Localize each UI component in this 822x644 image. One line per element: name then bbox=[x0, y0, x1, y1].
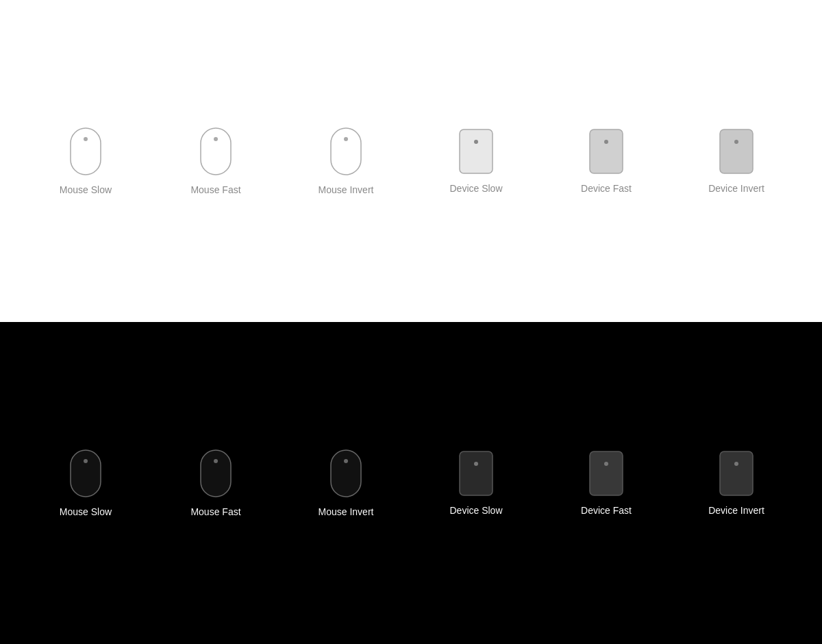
mouse-slow-light-icon bbox=[69, 127, 102, 176]
mouse-slow-light-label: Mouse Slow bbox=[60, 184, 112, 195]
svg-point-7 bbox=[474, 140, 478, 144]
device-invert-dark-item: Device Invert bbox=[671, 450, 801, 516]
mouse-slow-dark-item: Mouse Slow bbox=[21, 449, 151, 517]
mouse-fast-dark-icon bbox=[199, 449, 232, 498]
svg-rect-6 bbox=[460, 129, 493, 173]
svg-rect-22 bbox=[720, 451, 753, 495]
svg-rect-2 bbox=[201, 128, 231, 175]
device-invert-light-item: Device Invert bbox=[671, 128, 801, 194]
device-invert-dark-label: Device Invert bbox=[708, 505, 764, 516]
mouse-invert-light-label: Mouse Invert bbox=[319, 184, 374, 195]
top-section: Mouse Slow Mouse Fast Mouse Invert bbox=[0, 0, 822, 322]
svg-rect-8 bbox=[590, 129, 623, 173]
device-slow-light-item: Device Slow bbox=[411, 128, 541, 194]
svg-point-5 bbox=[344, 137, 348, 141]
svg-rect-4 bbox=[331, 128, 361, 175]
device-invert-light-icon bbox=[719, 128, 754, 175]
bottom-section: Mouse Slow Mouse Fast Mouse Invert bbox=[0, 322, 822, 644]
svg-rect-12 bbox=[71, 450, 101, 497]
mouse-fast-dark-item: Mouse Fast bbox=[151, 449, 281, 517]
svg-rect-16 bbox=[331, 450, 361, 497]
device-slow-light-label: Device Slow bbox=[449, 183, 502, 194]
mouse-slow-dark-icon bbox=[69, 449, 102, 498]
svg-rect-18 bbox=[460, 451, 493, 495]
device-fast-light-label: Device Fast bbox=[581, 183, 632, 194]
svg-rect-20 bbox=[590, 451, 623, 495]
device-fast-dark-label: Device Fast bbox=[581, 505, 632, 516]
svg-rect-10 bbox=[720, 129, 753, 173]
svg-point-3 bbox=[214, 137, 218, 141]
mouse-slow-light-item: Mouse Slow bbox=[21, 127, 151, 195]
device-slow-dark-icon bbox=[458, 450, 494, 497]
top-icons-row: Mouse Slow Mouse Fast Mouse Invert bbox=[21, 127, 801, 195]
device-fast-dark-icon bbox=[588, 450, 624, 497]
mouse-invert-dark-label: Mouse Invert bbox=[319, 506, 374, 517]
svg-point-13 bbox=[84, 459, 88, 463]
mouse-fast-light-label: Mouse Fast bbox=[190, 184, 240, 195]
device-slow-light-icon bbox=[458, 128, 494, 175]
svg-point-1 bbox=[84, 137, 88, 141]
svg-point-17 bbox=[344, 459, 348, 463]
device-slow-dark-label: Device Slow bbox=[449, 505, 502, 516]
mouse-fast-dark-label: Mouse Fast bbox=[190, 506, 240, 517]
svg-point-11 bbox=[734, 140, 738, 144]
device-invert-light-label: Device Invert bbox=[708, 183, 764, 194]
svg-rect-0 bbox=[71, 128, 101, 175]
svg-point-19 bbox=[474, 462, 478, 466]
device-invert-dark-icon bbox=[719, 450, 754, 497]
device-fast-light-item: Device Fast bbox=[541, 128, 671, 194]
mouse-invert-light-icon bbox=[329, 127, 362, 176]
mouse-fast-light-item: Mouse Fast bbox=[151, 127, 281, 195]
mouse-invert-dark-icon bbox=[329, 449, 362, 498]
device-slow-dark-item: Device Slow bbox=[411, 450, 541, 516]
svg-point-23 bbox=[734, 462, 738, 466]
svg-rect-14 bbox=[201, 450, 231, 497]
mouse-invert-light-item: Mouse Invert bbox=[281, 127, 411, 195]
mouse-slow-dark-label: Mouse Slow bbox=[60, 506, 112, 517]
svg-point-15 bbox=[214, 459, 218, 463]
device-fast-light-icon bbox=[588, 128, 624, 175]
bottom-icons-row: Mouse Slow Mouse Fast Mouse Invert bbox=[21, 449, 801, 517]
mouse-invert-dark-item: Mouse Invert bbox=[281, 449, 411, 517]
svg-point-9 bbox=[604, 140, 608, 144]
mouse-fast-light-icon bbox=[199, 127, 232, 176]
device-fast-dark-item: Device Fast bbox=[541, 450, 671, 516]
svg-point-21 bbox=[604, 462, 608, 466]
